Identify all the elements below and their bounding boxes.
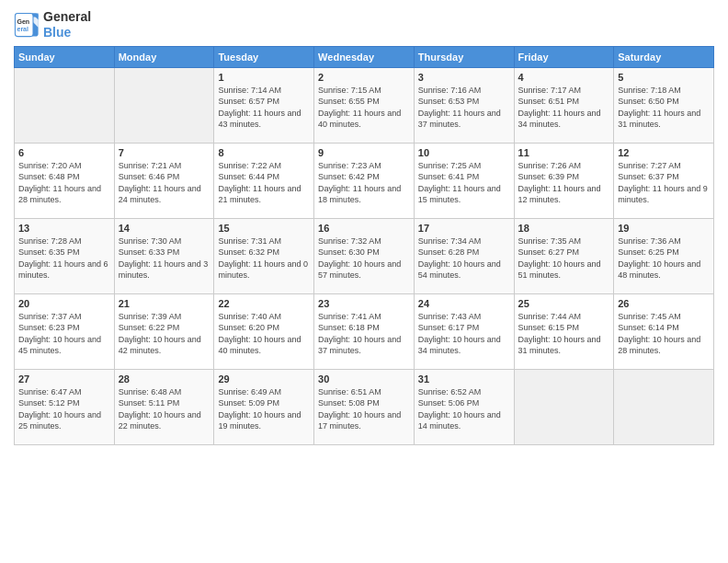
calendar-cell: 30Sunrise: 6:51 AM Sunset: 5:08 PM Dayli… xyxy=(314,369,415,444)
day-number: 11 xyxy=(518,147,610,158)
day-number: 23 xyxy=(318,298,410,309)
day-info: Sunrise: 7:28 AM Sunset: 6:35 PM Dayligh… xyxy=(18,236,110,282)
day-info: Sunrise: 6:52 AM Sunset: 5:06 PM Dayligh… xyxy=(418,386,510,432)
day-info: Sunrise: 7:30 AM Sunset: 6:33 PM Dayligh… xyxy=(119,236,210,282)
svg-text:eral: eral xyxy=(17,26,29,32)
day-number: 12 xyxy=(618,147,710,158)
day-info: Sunrise: 7:39 AM Sunset: 6:22 PM Dayligh… xyxy=(119,311,210,357)
calendar-cell: 12Sunrise: 7:27 AM Sunset: 6:37 PM Dayli… xyxy=(614,143,714,218)
day-info: Sunrise: 7:31 AM Sunset: 6:32 PM Dayligh… xyxy=(218,236,310,282)
day-number: 16 xyxy=(318,223,410,234)
week-row-2: 6Sunrise: 7:20 AM Sunset: 6:48 PM Daylig… xyxy=(15,143,714,218)
day-info: Sunrise: 7:40 AM Sunset: 6:20 PM Dayligh… xyxy=(218,311,310,357)
day-info: Sunrise: 7:18 AM Sunset: 6:50 PM Dayligh… xyxy=(618,85,710,131)
calendar-cell: 19Sunrise: 7:36 AM Sunset: 6:25 PM Dayli… xyxy=(614,218,714,293)
day-number: 26 xyxy=(618,298,710,309)
day-header-tuesday: Tuesday xyxy=(214,46,314,67)
calendar-cell: 17Sunrise: 7:34 AM Sunset: 6:28 PM Dayli… xyxy=(414,218,514,293)
day-info: Sunrise: 6:48 AM Sunset: 5:11 PM Dayligh… xyxy=(119,386,210,432)
calendar-cell: 7Sunrise: 7:21 AM Sunset: 6:46 PM Daylig… xyxy=(114,143,214,218)
calendar-cell: 21Sunrise: 7:39 AM Sunset: 6:22 PM Dayli… xyxy=(114,293,214,369)
week-row-5: 27Sunrise: 6:47 AM Sunset: 5:12 PM Dayli… xyxy=(15,369,714,444)
day-number: 31 xyxy=(418,373,510,385)
day-number: 10 xyxy=(418,147,510,158)
day-header-wednesday: Wednesday xyxy=(314,46,415,67)
day-info: Sunrise: 7:17 AM Sunset: 6:51 PM Dayligh… xyxy=(518,85,610,131)
calendar-cell: 10Sunrise: 7:25 AM Sunset: 6:41 PM Dayli… xyxy=(414,143,514,218)
calendar-cell: 22Sunrise: 7:40 AM Sunset: 6:20 PM Dayli… xyxy=(214,293,314,369)
calendar-cell: 26Sunrise: 7:45 AM Sunset: 6:14 PM Dayli… xyxy=(614,293,714,369)
calendar-cell: 11Sunrise: 7:26 AM Sunset: 6:39 PM Dayli… xyxy=(514,143,614,218)
calendar-cell: 27Sunrise: 6:47 AM Sunset: 5:12 PM Dayli… xyxy=(15,369,115,444)
week-row-4: 20Sunrise: 7:37 AM Sunset: 6:23 PM Dayli… xyxy=(15,293,714,369)
calendar-cell: 29Sunrise: 6:49 AM Sunset: 5:09 PM Dayli… xyxy=(214,369,314,444)
calendar-cell xyxy=(15,67,115,143)
day-info: Sunrise: 7:35 AM Sunset: 6:27 PM Dayligh… xyxy=(518,236,610,282)
day-info: Sunrise: 6:51 AM Sunset: 5:08 PM Dayligh… xyxy=(318,386,410,432)
day-header-saturday: Saturday xyxy=(614,46,714,67)
day-number: 20 xyxy=(18,298,110,309)
calendar-cell: 1Sunrise: 7:14 AM Sunset: 6:57 PM Daylig… xyxy=(214,67,314,143)
calendar-cell: 5Sunrise: 7:18 AM Sunset: 6:50 PM Daylig… xyxy=(614,67,714,143)
day-header-friday: Friday xyxy=(514,46,614,67)
header: Gen eral General Blue xyxy=(14,9,714,40)
day-info: Sunrise: 7:36 AM Sunset: 6:25 PM Dayligh… xyxy=(618,236,710,282)
day-number: 15 xyxy=(218,223,310,234)
calendar-cell: 18Sunrise: 7:35 AM Sunset: 6:27 PM Dayli… xyxy=(514,218,614,293)
calendar-cell: 13Sunrise: 7:28 AM Sunset: 6:35 PM Dayli… xyxy=(15,218,115,293)
day-info: Sunrise: 7:25 AM Sunset: 6:41 PM Dayligh… xyxy=(418,160,510,206)
day-number: 22 xyxy=(218,298,310,309)
calendar-cell xyxy=(614,369,714,444)
day-number: 30 xyxy=(318,373,410,385)
day-number: 21 xyxy=(119,298,210,309)
calendar-cell: 31Sunrise: 6:52 AM Sunset: 5:06 PM Dayli… xyxy=(414,369,514,444)
day-info: Sunrise: 7:34 AM Sunset: 6:28 PM Dayligh… xyxy=(418,236,510,282)
day-info: Sunrise: 7:43 AM Sunset: 6:17 PM Dayligh… xyxy=(418,311,510,357)
day-header-sunday: Sunday xyxy=(15,46,115,67)
logo: Gen eral General Blue xyxy=(14,9,91,40)
day-number: 4 xyxy=(518,72,610,83)
calendar-cell xyxy=(514,369,614,444)
day-number: 18 xyxy=(518,223,610,234)
calendar-cell: 23Sunrise: 7:41 AM Sunset: 6:18 PM Dayli… xyxy=(314,293,415,369)
calendar-cell: 20Sunrise: 7:37 AM Sunset: 6:23 PM Dayli… xyxy=(15,293,115,369)
day-info: Sunrise: 7:14 AM Sunset: 6:57 PM Dayligh… xyxy=(218,85,310,131)
day-info: Sunrise: 7:22 AM Sunset: 6:44 PM Dayligh… xyxy=(218,160,310,206)
day-info: Sunrise: 7:27 AM Sunset: 6:37 PM Dayligh… xyxy=(618,160,710,206)
calendar-cell: 8Sunrise: 7:22 AM Sunset: 6:44 PM Daylig… xyxy=(214,143,314,218)
week-row-1: 1Sunrise: 7:14 AM Sunset: 6:57 PM Daylig… xyxy=(15,67,714,143)
day-info: Sunrise: 7:44 AM Sunset: 6:15 PM Dayligh… xyxy=(518,311,610,357)
day-number: 6 xyxy=(18,147,110,158)
day-info: Sunrise: 7:16 AM Sunset: 6:53 PM Dayligh… xyxy=(418,85,510,131)
day-number: 1 xyxy=(218,72,310,83)
day-number: 29 xyxy=(218,373,310,385)
calendar-cell: 24Sunrise: 7:43 AM Sunset: 6:17 PM Dayli… xyxy=(414,293,514,369)
calendar-table: SundayMondayTuesdayWednesdayThursdayFrid… xyxy=(14,46,714,445)
calendar-cell: 3Sunrise: 7:16 AM Sunset: 6:53 PM Daylig… xyxy=(414,67,514,143)
day-info: Sunrise: 7:45 AM Sunset: 6:14 PM Dayligh… xyxy=(618,311,710,357)
calendar-cell: 9Sunrise: 7:23 AM Sunset: 6:42 PM Daylig… xyxy=(314,143,415,218)
logo-icon: Gen eral xyxy=(14,12,40,38)
day-header-monday: Monday xyxy=(114,46,214,67)
day-info: Sunrise: 7:20 AM Sunset: 6:48 PM Dayligh… xyxy=(18,160,110,206)
day-number: 3 xyxy=(418,72,510,83)
calendar-cell: 4Sunrise: 7:17 AM Sunset: 6:51 PM Daylig… xyxy=(514,67,614,143)
calendar-cell: 25Sunrise: 7:44 AM Sunset: 6:15 PM Dayli… xyxy=(514,293,614,369)
day-number: 14 xyxy=(119,223,210,234)
day-info: Sunrise: 7:32 AM Sunset: 6:30 PM Dayligh… xyxy=(318,236,410,282)
calendar-cell: 2Sunrise: 7:15 AM Sunset: 6:55 PM Daylig… xyxy=(314,67,415,143)
day-number: 2 xyxy=(318,72,410,83)
header-row: SundayMondayTuesdayWednesdayThursdayFrid… xyxy=(15,46,714,67)
day-number: 17 xyxy=(418,223,510,234)
day-info: Sunrise: 6:49 AM Sunset: 5:09 PM Dayligh… xyxy=(218,386,310,432)
day-info: Sunrise: 7:26 AM Sunset: 6:39 PM Dayligh… xyxy=(518,160,610,206)
calendar-cell: 28Sunrise: 6:48 AM Sunset: 5:11 PM Dayli… xyxy=(114,369,214,444)
page: Gen eral General Blue SundayMondayTuesda… xyxy=(0,0,728,563)
day-number: 7 xyxy=(119,147,210,158)
day-number: 8 xyxy=(218,147,310,158)
day-number: 5 xyxy=(618,72,710,83)
day-info: Sunrise: 7:15 AM Sunset: 6:55 PM Dayligh… xyxy=(318,85,410,131)
calendar-cell: 6Sunrise: 7:20 AM Sunset: 6:48 PM Daylig… xyxy=(15,143,115,218)
day-info: Sunrise: 7:23 AM Sunset: 6:42 PM Dayligh… xyxy=(318,160,410,206)
day-info: Sunrise: 7:41 AM Sunset: 6:18 PM Dayligh… xyxy=(318,311,410,357)
